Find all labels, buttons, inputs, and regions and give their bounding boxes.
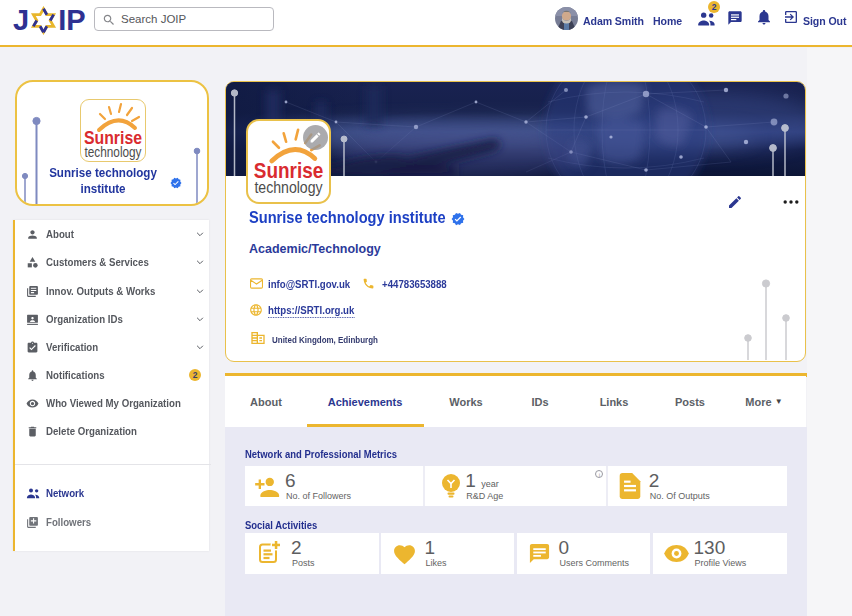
svg-text:technology: technology xyxy=(254,177,322,197)
svg-text:technology: technology xyxy=(85,144,143,160)
